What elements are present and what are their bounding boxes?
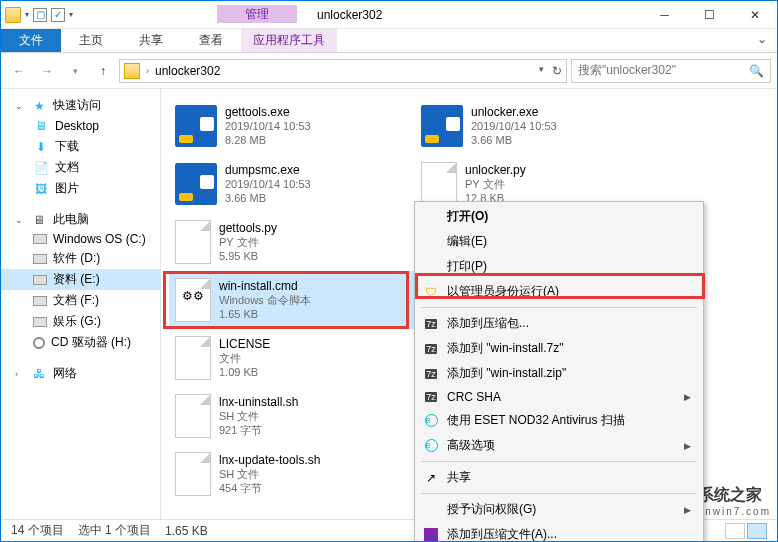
exe-icon	[175, 105, 217, 147]
qat-properties-button[interactable]: ▢	[33, 8, 47, 22]
sevenzip-icon: 7z	[423, 341, 439, 357]
back-button[interactable]: ←	[7, 59, 31, 83]
quick-access-toolbar: ▾ ▢ ✓ ▾	[1, 7, 77, 23]
tab-app-tools[interactable]: 应用程序工具	[241, 29, 337, 52]
status-size: 1.65 KB	[165, 524, 208, 538]
close-button[interactable]: ✕	[732, 1, 777, 29]
file-item[interactable]: unlocker.exe 2019/10/14 10:53 3.66 MB	[415, 97, 661, 155]
menu-item-label: 使用 ESET NOD32 Antivirus 扫描	[447, 412, 625, 429]
menu-item[interactable]: 7z添加到 "win-install.7z"	[417, 336, 701, 361]
menu-item-label: 打开(O)	[447, 208, 488, 225]
nav-drive[interactable]: CD 驱动器 (H:)	[1, 332, 160, 353]
file-detail: Windows 命令脚本	[219, 293, 311, 307]
nav-drive[interactable]: 文档 (F:)	[1, 290, 160, 311]
file-tab[interactable]: 文件	[1, 29, 61, 52]
qat-dropdown-icon[interactable]: ▾	[25, 10, 29, 19]
menu-item[interactable]: 授予访问权限(G)▶	[417, 497, 701, 522]
file-name: LICENSE	[219, 337, 270, 351]
contextual-tab-label: 管理	[217, 5, 297, 23]
cd-icon	[33, 337, 45, 349]
file-item[interactable]: LICENSE 文件 1.09 KB	[169, 329, 415, 387]
winrar-icon	[423, 527, 439, 543]
search-icon: 🔍	[749, 64, 764, 78]
titlebar: ▾ ▢ ✓ ▾ 管理 unlocker302 ─ ☐ ✕	[1, 1, 777, 29]
nav-quick-access[interactable]: ⌄ ★ 快速访问	[1, 95, 160, 116]
nav-label: 快速访问	[53, 97, 101, 114]
file-item[interactable]: gettools.exe 2019/10/14 10:53 8.28 MB	[169, 97, 415, 155]
file-item[interactable]: lnx-update-tools.sh SH 文件 454 字节	[169, 445, 415, 503]
menu-item[interactable]: ↗共享	[417, 465, 701, 490]
desktop-icon: 🖥	[33, 118, 49, 134]
file-item[interactable]: dumpsmc.exe 2019/10/14 10:53 3.66 MB	[169, 155, 415, 213]
ribbon-expand-icon[interactable]: ⌄	[747, 29, 777, 52]
qat-customize-icon[interactable]: ▾	[69, 10, 73, 19]
nav-drive[interactable]: 软件 (D:)	[1, 248, 160, 269]
view-details-button[interactable]	[725, 523, 745, 539]
address-segment[interactable]: unlocker302	[155, 64, 220, 78]
tab-home[interactable]: 主页	[61, 29, 121, 52]
window-icon[interactable]	[5, 7, 21, 23]
file-size: 921 字节	[219, 423, 298, 437]
nav-drive[interactable]: 资料 (E:)	[1, 269, 160, 290]
file-detail: PY 文件	[219, 235, 277, 249]
menu-item[interactable]: 添加到压缩文件(A)...	[417, 522, 701, 542]
file-icon	[175, 452, 211, 496]
exe-icon	[421, 105, 463, 147]
minimize-button[interactable]: ─	[642, 1, 687, 29]
menu-item-label: 共享	[447, 469, 471, 486]
recent-dropdown-icon[interactable]: ▾	[63, 59, 87, 83]
file-item[interactable]: gettools.py PY 文件 5.95 KB	[169, 213, 415, 271]
forward-button[interactable]: →	[35, 59, 59, 83]
nav-desktop[interactable]: 🖥Desktop	[1, 116, 160, 136]
address-chevron-icon[interactable]: ›	[146, 66, 149, 76]
tab-view[interactable]: 查看	[181, 29, 241, 52]
submenu-arrow-icon: ▶	[684, 505, 691, 515]
share-icon: ↗	[423, 470, 439, 486]
menu-separator	[421, 461, 697, 462]
file-name: lnx-update-tools.sh	[219, 453, 320, 467]
file-item[interactable]: lnx-uninstall.sh SH 文件 921 字节	[169, 387, 415, 445]
menu-item[interactable]: 打开(O)	[417, 204, 701, 229]
file-icon	[175, 220, 211, 264]
file-name: unlocker.py	[465, 163, 526, 177]
status-item-count: 14 个项目	[11, 522, 64, 539]
nav-this-pc[interactable]: ⌄ 🖥 此电脑	[1, 209, 160, 230]
expand-icon[interactable]: ›	[15, 369, 25, 379]
expand-icon[interactable]: ⌄	[15, 215, 25, 225]
menu-item[interactable]: e使用 ESET NOD32 Antivirus 扫描	[417, 408, 701, 433]
view-large-icons-button[interactable]	[747, 523, 767, 539]
refresh-button[interactable]: ↻	[552, 64, 562, 78]
up-button[interactable]: ↑	[91, 59, 115, 83]
menu-item[interactable]: 7z添加到压缩包...	[417, 311, 701, 336]
expand-icon[interactable]: ⌄	[15, 101, 25, 111]
file-detail: 2019/10/14 10:53	[225, 177, 311, 191]
address-bar[interactable]: › unlocker302 ▾ ↻	[119, 59, 567, 83]
cmd-icon: ⚙⚙	[175, 278, 211, 322]
menu-item[interactable]: 打印(P)	[417, 254, 701, 279]
menu-item[interactable]: e高级选项▶	[417, 433, 701, 458]
menu-item[interactable]: 7zCRC SHA▶	[417, 386, 701, 408]
nav-drive[interactable]: 娱乐 (G:)	[1, 311, 160, 332]
qat-newfolder-button[interactable]: ✓	[51, 8, 65, 22]
nav-downloads[interactable]: ⬇下载	[1, 136, 160, 157]
file-icon	[421, 162, 457, 206]
file-size: 1.65 KB	[219, 307, 311, 321]
maximize-button[interactable]: ☐	[687, 1, 732, 29]
search-placeholder: 搜索"unlocker302"	[578, 62, 676, 79]
file-item[interactable]: ⚙⚙ win-install.cmd Windows 命令脚本 1.65 KB	[169, 271, 415, 329]
nav-label: 此电脑	[53, 211, 89, 228]
address-dropdown-icon[interactable]: ▾	[539, 64, 544, 78]
menu-item[interactable]: 7z添加到 "win-install.zip"	[417, 361, 701, 386]
nav-pictures[interactable]: 🖼图片	[1, 178, 160, 199]
ribbon-tabs: 文件 主页 共享 查看 应用程序工具 ⌄	[1, 29, 777, 53]
menu-item[interactable]: 编辑(E)	[417, 229, 701, 254]
nav-network[interactable]: › 🖧 网络	[1, 363, 160, 384]
nav-drive[interactable]: Windows OS (C:)	[1, 230, 160, 248]
file-detail: 2019/10/14 10:53	[471, 119, 557, 133]
search-box[interactable]: 搜索"unlocker302" 🔍	[571, 59, 771, 83]
nav-documents[interactable]: 📄文档	[1, 157, 160, 178]
menu-item-label: 高级选项	[447, 437, 495, 454]
shield-icon: 🛡	[423, 284, 439, 300]
tab-share[interactable]: 共享	[121, 29, 181, 52]
menu-item[interactable]: 🛡以管理员身份运行(A)	[417, 279, 701, 304]
